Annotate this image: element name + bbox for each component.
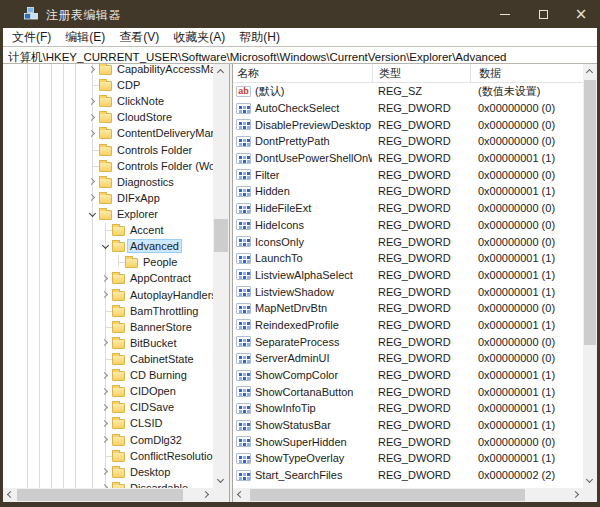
registry-value-row-separateprocess[interactable]: SeparateProcessREG_DWORD0x00000000 (0): [233, 333, 583, 350]
tree-item-discardable[interactable]: Discardable: [3, 480, 213, 488]
registry-value-row-showtypeoverlay[interactable]: ShowTypeOverlayREG_DWORD0x00000001 (1): [233, 450, 583, 467]
chevron-right-icon[interactable]: [99, 433, 112, 446]
chevron-right-icon[interactable]: [99, 401, 112, 414]
chevron-right-icon[interactable]: [86, 95, 99, 108]
tree-item-explorer[interactable]: Explorer: [3, 206, 213, 222]
chevron-right-icon[interactable]: [86, 191, 99, 204]
tree-item-bitbucket[interactable]: BitBucket: [3, 335, 213, 351]
registry-value-row-showcompcolor[interactable]: ShowCompColorREG_DWORD0x00000001 (1): [233, 367, 583, 384]
tree-item-label: AppContract: [128, 272, 193, 284]
tree-item-contentdeliveryman[interactable]: ContentDeliveryMan: [3, 125, 213, 141]
registry-value-row-listviewalphaselect[interactable]: ListviewAlphaSelectREG_DWORD0x00000001 (…: [233, 267, 583, 284]
tree-item-cidopen[interactable]: CIDOpen: [3, 383, 213, 399]
tree-horizontal-scrollbar[interactable]: [3, 488, 213, 502]
list-hscroll-thumb[interactable]: [250, 489, 525, 501]
menu-file[interactable]: 文件(F): [5, 28, 58, 46]
tree-vscroll-thumb[interactable]: [214, 219, 228, 252]
folder-icon: [112, 226, 125, 236]
registry-value-row-start-searchfiles[interactable]: Start_SearchFilesREG_DWORD0x00000002 (2): [233, 467, 583, 484]
registry-value-row-showstatusbar[interactable]: ShowStatusBarREG_DWORD0x00000001 (1): [233, 417, 583, 434]
value-data: 0x00000000 (0): [470, 219, 583, 231]
menu-favorites[interactable]: 收藏夹(A): [166, 28, 232, 46]
registry-value-row-reindexedprofile[interactable]: ReindexedProfileREG_DWORD0x00000001 (1): [233, 317, 583, 334]
chevron-right-icon[interactable]: [99, 336, 112, 349]
folder-icon: [99, 81, 112, 91]
chevron-right-icon[interactable]: [99, 481, 112, 488]
tree-item-conflictresolution[interactable]: ConflictResolution: [3, 448, 213, 464]
registry-value-row-showsuperhidden[interactable]: ShowSuperHiddenREG_DWORD0x00000000 (0): [233, 433, 583, 450]
registry-value-row-dontusepowershellonwinx[interactable]: DontUsePowerShellOnWinXREG_DWORD0x000000…: [233, 150, 583, 167]
registry-value-row-hideicons[interactable]: HideIconsREG_DWORD0x00000000 (0): [233, 217, 583, 234]
dword-value-icon: [236, 153, 251, 164]
registry-value-row-[interactable]: ab(默认)REG_SZ(数值未设置): [233, 83, 583, 100]
registry-value-row-hidefileext[interactable]: HideFileExtREG_DWORD0x00000000 (0): [233, 200, 583, 217]
chevron-right-icon[interactable]: [86, 127, 99, 140]
tree-item-cidsave[interactable]: CIDSave: [3, 399, 213, 415]
chevron-right-icon[interactable]: [99, 369, 112, 382]
tree-hscroll-thumb[interactable]: [17, 489, 183, 501]
chevron-right-icon[interactable]: [99, 385, 112, 398]
registry-value-row-showinfotip[interactable]: ShowInfoTipREG_DWORD0x00000001 (1): [233, 400, 583, 417]
registry-value-row-hidden[interactable]: HiddenREG_DWORD0x00000001 (1): [233, 183, 583, 200]
list-vscroll-thumb[interactable]: [584, 80, 596, 345]
tree-item-accent[interactable]: Accent: [3, 222, 213, 238]
tree-item-cabinetstate[interactable]: CabinetState: [3, 351, 213, 367]
chevron-down-icon[interactable]: [99, 240, 112, 253]
tree-item-cdp[interactable]: CDP: [3, 77, 213, 93]
registry-value-row-iconsonly[interactable]: IconsOnlyREG_DWORD0x00000000 (0): [233, 233, 583, 250]
tree-item-cloudstore[interactable]: CloudStore: [3, 109, 213, 125]
tree-item-diagnostics[interactable]: Diagnostics: [3, 174, 213, 190]
tree-item-comdlg32[interactable]: ComDlg32: [3, 432, 213, 448]
close-button[interactable]: ×: [562, 0, 600, 28]
tree-item-bannerstore[interactable]: BannerStore: [3, 319, 213, 335]
tree-item-cd-burning[interactable]: CD Burning: [3, 367, 213, 383]
minimize-button[interactable]: [486, 0, 524, 28]
maximize-button[interactable]: [524, 0, 562, 28]
tree-item-clicknote[interactable]: ClickNote: [3, 93, 213, 109]
registry-value-row-mapnetdrvbtn[interactable]: MapNetDrvBtnREG_DWORD0x00000000 (0): [233, 300, 583, 317]
registry-value-row-filter[interactable]: FilterREG_DWORD0x00000000 (0): [233, 166, 583, 183]
dword-value-icon: [236, 169, 251, 180]
registry-value-row-launchto[interactable]: LaunchToREG_DWORD0x00000001 (1): [233, 250, 583, 267]
registry-value-row-showcortanabutton[interactable]: ShowCortanaButtonREG_DWORD0x00000001 (1): [233, 383, 583, 400]
folder-icon: [112, 419, 125, 429]
tree-item-controls-folder[interactable]: Controls Folder: [3, 142, 213, 158]
registry-path-input[interactable]: [3, 49, 597, 65]
column-header-name[interactable]: 名称: [233, 64, 372, 82]
tree-item-autoplayhandlers[interactable]: AutoplayHandlers: [3, 287, 213, 303]
tree-item-clsid[interactable]: CLSID: [3, 415, 213, 431]
chevron-right-icon[interactable]: [99, 417, 112, 430]
folder-icon: [99, 178, 112, 188]
tree-vertical-scrollbar[interactable]: [213, 64, 229, 488]
registry-value-row-listviewshadow[interactable]: ListviewShadowREG_DWORD0x00000001 (1): [233, 283, 583, 300]
value-name-cell: ServerAdminUI: [233, 352, 372, 364]
tree-item-appcontract[interactable]: AppContract: [3, 270, 213, 286]
tree-item-advanced[interactable]: Advanced: [3, 238, 213, 254]
column-header-type[interactable]: 类型: [372, 64, 470, 82]
list-vertical-scrollbar[interactable]: [583, 64, 597, 488]
chevron-right-icon[interactable]: [86, 64, 99, 76]
registry-value-row-serveradminui[interactable]: ServerAdminUIREG_DWORD0x00000000 (0): [233, 350, 583, 367]
folder-icon: [112, 274, 125, 284]
tree-item-desktop[interactable]: Desktop: [3, 464, 213, 480]
chevron-right-icon[interactable]: [86, 111, 99, 124]
chevron-right-icon[interactable]: [99, 465, 112, 478]
registry-value-row-disablepreviewdesktop[interactable]: DisablePreviewDesktopREG_DWORD0x00000000…: [233, 116, 583, 133]
tree-item-controls-folder-wo[interactable]: Controls Folder (Wo: [3, 158, 213, 174]
registry-value-row-dontprettypath[interactable]: DontPrettyPathREG_DWORD0x00000000 (0): [233, 133, 583, 150]
chevron-right-icon[interactable]: [99, 288, 112, 301]
tree-item-capabilityaccessman[interactable]: CapabilityAccessMan: [3, 64, 213, 77]
value-name-cell: Start_SearchFiles: [233, 469, 372, 481]
chevron-right-icon[interactable]: [99, 272, 112, 285]
menu-view[interactable]: 查看(V): [112, 28, 166, 46]
list-horizontal-scrollbar[interactable]: [233, 488, 583, 502]
menu-edit[interactable]: 编辑(E): [58, 28, 112, 46]
chevron-right-icon[interactable]: [86, 175, 99, 188]
tree-item-bamthrottling[interactable]: BamThrottling: [3, 303, 213, 319]
column-header-data[interactable]: 数据: [470, 64, 583, 82]
tree-item-difxapp[interactable]: DIFxApp: [3, 190, 213, 206]
registry-value-row-autocheckselect[interactable]: AutoCheckSelectREG_DWORD0x00000000 (0): [233, 100, 583, 117]
tree-item-people[interactable]: People: [3, 254, 213, 270]
chevron-down-icon[interactable]: [86, 208, 99, 221]
menu-help[interactable]: 帮助(H): [232, 28, 287, 46]
